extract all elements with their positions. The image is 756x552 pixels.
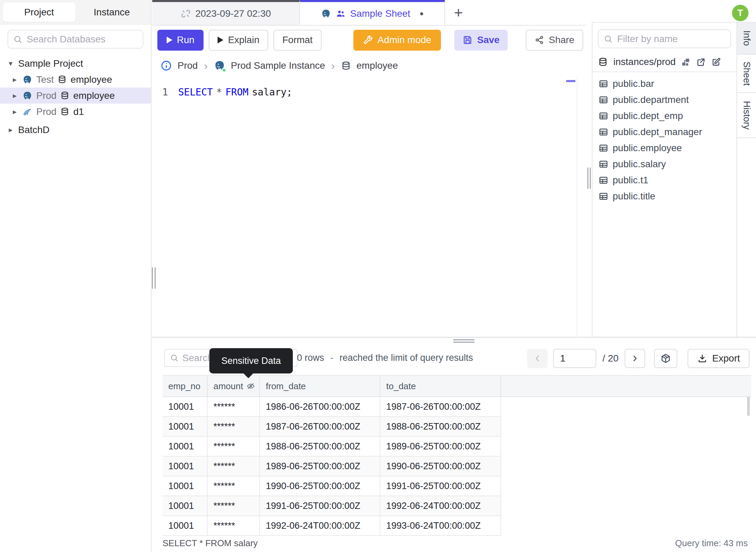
- table-item[interactable]: public.dept_manager: [592, 124, 737, 140]
- tree-item-sample-project[interactable]: ▾ Sample Project: [0, 55, 151, 71]
- tree-item-batchd[interactable]: ▸ BatchD: [0, 122, 151, 138]
- page-number-input[interactable]: [553, 349, 596, 368]
- column-header-from-date[interactable]: from_date: [260, 375, 380, 397]
- new-sheet-button[interactable]: +: [445, 0, 472, 25]
- table-item[interactable]: public.title: [592, 188, 737, 204]
- prev-page-button[interactable]: [527, 349, 548, 368]
- breadcrumb-database[interactable]: employee: [356, 60, 398, 71]
- cell[interactable]: 1986-06-26T00:00:00Z: [260, 397, 380, 417]
- visualize-button[interactable]: [654, 349, 677, 368]
- cell[interactable]: 1991-06-25T00:00:00Z: [260, 496, 380, 516]
- cell[interactable]: 1992-06-24T00:00:00Z: [380, 496, 501, 516]
- cell-masked[interactable]: ******: [208, 457, 260, 476]
- chevron-down-icon[interactable]: ▾: [7, 59, 14, 68]
- admin-mode-button[interactable]: Admin mode: [353, 30, 441, 51]
- chevron-right-icon[interactable]: ▸: [11, 91, 18, 100]
- cell[interactable]: 1993-06-24T00:00:00Z: [380, 516, 501, 536]
- edit-icon[interactable]: [711, 57, 721, 67]
- column-header-amount[interactable]: amount: [208, 375, 260, 397]
- sidebar-resize-handle[interactable]: [152, 267, 156, 289]
- format-button[interactable]: Format: [273, 30, 322, 51]
- cell[interactable]: 10001: [162, 397, 208, 417]
- table-name: public.t1: [613, 175, 648, 186]
- sheet-tab-sample-sheet[interactable]: Sample Sheet ●: [300, 0, 445, 25]
- cell[interactable]: 1987-06-26T00:00:00Z: [380, 397, 501, 417]
- cell-masked[interactable]: ******: [208, 496, 260, 516]
- next-page-button[interactable]: [625, 349, 645, 368]
- table-item[interactable]: public.department: [592, 92, 737, 108]
- chevron-right-icon[interactable]: ▸: [7, 126, 14, 134]
- avatar[interactable]: T: [732, 5, 748, 21]
- column-header-emp-no[interactable]: emp_no: [162, 375, 208, 397]
- sheet-tab-bar: 2023-09-27 02:30 Sample Sheet ● +: [152, 0, 586, 26]
- table-item[interactable]: public.salary: [592, 156, 737, 172]
- cell[interactable]: 1987-06-26T00:00:00Z: [260, 417, 380, 437]
- search-databases-input[interactable]: [27, 34, 138, 45]
- cell[interactable]: 10001: [162, 496, 208, 516]
- info-icon[interactable]: [160, 60, 172, 71]
- chevron-right-icon[interactable]: ▸: [11, 75, 18, 84]
- tree-item-test-employee[interactable]: ▸ Test employee: [0, 71, 151, 88]
- cell[interactable]: 1990-06-25T00:00:00Z: [260, 476, 380, 496]
- chevron-right-icon[interactable]: ▸: [11, 107, 18, 116]
- cell-masked[interactable]: ******: [208, 437, 260, 457]
- column-header-to-date[interactable]: to_date: [380, 375, 501, 397]
- schema-diagram-icon[interactable]: [681, 57, 690, 67]
- external-link-icon[interactable]: [696, 57, 706, 67]
- table-item[interactable]: public.employee: [592, 140, 737, 156]
- tree-item-prod-employee[interactable]: ▸ Prod employee: [0, 88, 151, 104]
- database-label: d1: [73, 106, 84, 117]
- run-button[interactable]: Run: [157, 30, 204, 51]
- cell[interactable]: 1988-06-25T00:00:00Z: [380, 417, 501, 437]
- sql-editor[interactable]: 1 SELECT * FROM salary;: [152, 77, 586, 337]
- table-icon: [599, 175, 608, 185]
- save-button[interactable]: Save: [454, 30, 508, 51]
- table-item[interactable]: public.bar: [592, 76, 737, 92]
- sheet-tab-unsaved[interactable]: 2023-09-27 02:30: [152, 0, 300, 25]
- cell[interactable]: 10001: [162, 457, 208, 476]
- tab-info[interactable]: Info: [737, 23, 756, 55]
- table-item[interactable]: public.dept_emp: [592, 108, 737, 124]
- tab-sheet[interactable]: Sheet: [737, 55, 756, 93]
- cell[interactable]: 1988-06-25T00:00:00Z: [260, 437, 380, 457]
- panel-resize-handle[interactable]: [453, 339, 474, 344]
- breadcrumb-environment[interactable]: Prod: [178, 60, 198, 71]
- tab-history[interactable]: History: [737, 93, 756, 138]
- panel-divider[interactable]: [586, 26, 592, 337]
- cell[interactable]: 1989-06-25T00:00:00Z: [260, 457, 380, 476]
- line-number: 1: [152, 87, 178, 98]
- code-line[interactable]: 1 SELECT * FROM salary;: [152, 85, 586, 99]
- unsaved-dot-icon: ●: [419, 10, 423, 17]
- explain-button[interactable]: Explain: [209, 30, 268, 51]
- query-time-text: Query time: 43 ms: [675, 538, 748, 549]
- tab-instance[interactable]: Instance: [76, 2, 148, 22]
- database-label: employee: [73, 90, 115, 101]
- cell[interactable]: 1992-06-24T00:00:00Z: [260, 516, 380, 536]
- cell-masked[interactable]: ******: [208, 397, 260, 417]
- cell[interactable]: 10001: [162, 476, 208, 496]
- cell[interactable]: 10001: [162, 437, 208, 457]
- tree-item-prod-d1[interactable]: ▸ Prod d1: [0, 104, 151, 120]
- cell[interactable]: 10001: [162, 516, 208, 536]
- breadcrumb-instance[interactable]: Prod Sample Instance: [231, 60, 325, 71]
- tab-project[interactable]: Project: [3, 2, 76, 22]
- summary-separator: -: [330, 353, 334, 363]
- cell[interactable]: 1990-06-25T00:00:00Z: [380, 457, 501, 476]
- export-button[interactable]: Export: [688, 349, 750, 368]
- editor-scrollbar-track[interactable]: [577, 77, 577, 337]
- cell[interactable]: 1989-06-25T00:00:00Z: [380, 437, 501, 457]
- table-list: public.bar public.department public.dept…: [592, 72, 737, 204]
- panel-resize-handle[interactable]: [587, 168, 591, 189]
- results-scrollbar-thumb[interactable]: [747, 397, 750, 416]
- cell[interactable]: 10001: [162, 417, 208, 437]
- cell[interactable]: 1991-06-25T00:00:00Z: [380, 476, 501, 496]
- share-button[interactable]: Share: [526, 30, 583, 51]
- cell-masked[interactable]: ******: [208, 417, 260, 437]
- table-item[interactable]: public.t1: [592, 172, 737, 188]
- row-count: 0 rows: [297, 353, 324, 363]
- filter-by-name-input[interactable]: [617, 34, 726, 44]
- play-icon: [218, 37, 223, 43]
- cell-masked[interactable]: ******: [208, 516, 260, 536]
- cell-masked[interactable]: ******: [208, 476, 260, 496]
- tooltip-arrow: [244, 373, 253, 378]
